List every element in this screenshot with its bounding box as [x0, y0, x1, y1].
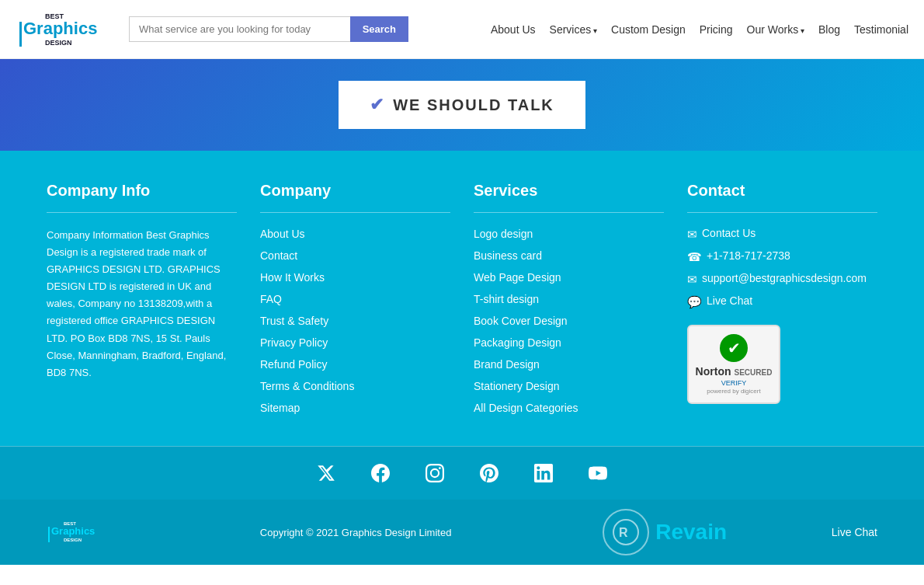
list-item: Business card: [474, 249, 664, 263]
search-bar: Search: [129, 16, 408, 42]
footer: Company Info Company Information Best Gr…: [0, 151, 924, 446]
norton-check-icon: ✔: [720, 334, 748, 362]
list-item: Web Page Design: [474, 270, 664, 284]
service-link-brand[interactable]: Brand Design: [474, 358, 540, 371]
service-link-tshirt[interactable]: T-shirt design: [474, 293, 539, 305]
company-links: About Us Contact How It Works FAQ Trust …: [260, 227, 450, 415]
list-item: Brand Design: [474, 357, 664, 371]
revain-icon: R: [603, 509, 649, 555]
service-link-book[interactable]: Book Cover Design: [474, 315, 568, 327]
svg-text:R: R: [619, 526, 628, 539]
company-link-sitemap[interactable]: Sitemap: [260, 402, 300, 414]
company-link-trust[interactable]: Trust & Safety: [260, 315, 328, 327]
contact-icon: ✉: [687, 228, 697, 242]
list-item: How It Works: [260, 270, 450, 284]
footer-company-info: Company Info Company Information Best Gr…: [47, 182, 237, 423]
list-item: FAQ: [260, 292, 450, 306]
email-address: support@bestgraphicsdesign.com: [702, 272, 867, 284]
footer-logo-small[interactable]: BEST Graphics DESIGN: [47, 517, 109, 547]
contact-us-link[interactable]: ✉ Contact Us: [687, 227, 877, 242]
list-item: Sitemap: [260, 401, 450, 415]
company-link-faq[interactable]: FAQ: [260, 293, 282, 305]
phone-number: +1-718-717-2738: [707, 249, 790, 262]
company-info-body: Company Information Best Graphics Design…: [47, 227, 237, 381]
youtube-icon[interactable]: [582, 458, 613, 489]
talk-button[interactable]: ✔ WE SHOULD TALK: [339, 81, 585, 129]
footer-company: Company About Us Contact How It Works FA…: [260, 182, 450, 423]
twitter-icon[interactable]: [311, 458, 342, 489]
list-item: All Design Categories: [474, 401, 664, 415]
footer-bottom-wrap: BEST Graphics DESIGN Copyright © 2021 Gr…: [0, 500, 924, 565]
header: BEST Graphics DESIGN Search About Us Ser…: [0, 0, 924, 59]
list-item: Logo design: [474, 227, 664, 241]
list-item: Stationery Design: [474, 379, 664, 393]
nav-blog[interactable]: Blog: [818, 23, 840, 36]
svg-rect-7: [48, 527, 50, 542]
norton-verify-label: VERIFY: [721, 379, 747, 387]
norton-digicert-label: powered by digicert: [707, 388, 760, 395]
service-link-packaging[interactable]: Packaging Design: [474, 336, 561, 349]
service-link-stationery[interactable]: Stationery Design: [474, 380, 560, 392]
footer-contact: Contact ✉ Contact Us ☎ +1-718-717-2738 ✉…: [687, 182, 877, 423]
company-link-refund[interactable]: Refund Policy: [260, 358, 327, 371]
linkedin-icon[interactable]: [528, 458, 559, 489]
footer-columns: Company Info Company Information Best Gr…: [47, 182, 877, 446]
nav-about[interactable]: About Us: [491, 23, 536, 36]
services-title: Services: [474, 182, 664, 200]
cta-banner: ✔ WE SHOULD TALK: [0, 59, 924, 151]
service-link-logo[interactable]: Logo design: [474, 228, 533, 240]
company-link-how[interactable]: How It Works: [260, 271, 325, 284]
svg-text:DESIGN: DESIGN: [64, 538, 82, 542]
list-item: About Us: [260, 227, 450, 241]
copyright-text: Copyright © 2021 Graphics Design Limited: [260, 527, 452, 538]
company-title: Company: [260, 182, 450, 200]
list-item: Contact: [260, 249, 450, 263]
social-bar: [0, 446, 924, 500]
chat-icon: 💬: [687, 295, 702, 309]
svg-text:Graphics: Graphics: [23, 19, 97, 38]
company-link-about[interactable]: About Us: [260, 228, 305, 240]
nav-pricing[interactable]: Pricing: [700, 23, 733, 36]
company-link-privacy[interactable]: Privacy Policy: [260, 336, 328, 349]
checkmark-icon: ✔: [370, 95, 385, 115]
nav-services[interactable]: Services: [550, 23, 597, 36]
service-link-all[interactable]: All Design Categories: [474, 402, 578, 414]
email-item: ✉ support@bestgraphicsdesign.com: [687, 272, 877, 287]
service-link-web[interactable]: Web Page Design: [474, 271, 561, 284]
main-nav: About Us Services Custom Design Pricing …: [491, 23, 908, 36]
logo[interactable]: BEST Graphics DESIGN: [16, 6, 116, 52]
revain-badge: R Revain: [603, 509, 727, 555]
list-item: Trust & Safety: [260, 314, 450, 328]
svg-rect-3: [19, 22, 22, 47]
svg-text:Graphics: Graphics: [51, 525, 95, 537]
search-input[interactable]: [129, 16, 350, 42]
norton-name: Norton: [696, 365, 731, 378]
live-chat-item[interactable]: 💬 Live Chat: [687, 294, 877, 309]
facebook-icon[interactable]: [365, 458, 396, 489]
services-links: Logo design Business card Web Page Desig…: [474, 227, 664, 415]
list-item: Refund Policy: [260, 357, 450, 371]
live-chat-link: Live Chat: [707, 294, 752, 307]
nav-testimonial[interactable]: Testimonial: [854, 23, 908, 36]
svg-text:DESIGN: DESIGN: [45, 39, 72, 47]
service-link-business[interactable]: Business card: [474, 249, 542, 262]
footer-services: Services Logo design Business card Web P…: [474, 182, 664, 423]
company-link-terms[interactable]: Terms & Conditions: [260, 380, 354, 392]
nav-our-works[interactable]: Our Works: [747, 23, 804, 36]
instagram-icon[interactable]: [419, 458, 450, 489]
footer-bottom: BEST Graphics DESIGN Copyright © 2021 Gr…: [0, 500, 924, 565]
contact-title: Contact: [687, 182, 877, 200]
phone-icon: ☎: [687, 250, 702, 264]
pinterest-icon[interactable]: [474, 458, 505, 489]
revain-text: Revain: [655, 520, 727, 545]
list-item: Privacy Policy: [260, 336, 450, 350]
search-button[interactable]: Search: [350, 16, 408, 42]
company-link-contact[interactable]: Contact: [260, 249, 297, 262]
nav-custom-design[interactable]: Custom Design: [611, 23, 686, 36]
list-item: Terms & Conditions: [260, 379, 450, 393]
talk-button-label: WE SHOULD TALK: [393, 96, 554, 114]
norton-secured-label: SECURED: [735, 368, 773, 377]
live-chat-bottom[interactable]: Live Chat: [832, 526, 877, 538]
list-item: Packaging Design: [474, 336, 664, 350]
phone-item: ☎ +1-718-717-2738: [687, 249, 877, 264]
